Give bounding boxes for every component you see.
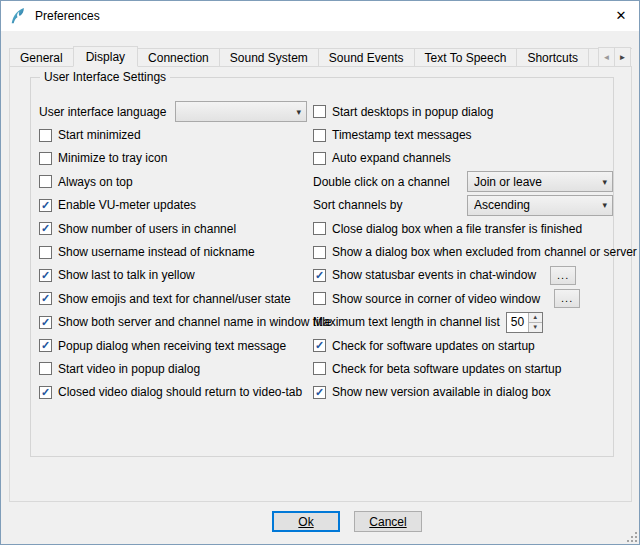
enable-vu-meter-updates-row: ✓Enable VU-meter updates xyxy=(39,194,307,217)
cancel-button[interactable]: Cancel xyxy=(354,511,422,532)
window-title: Preferences xyxy=(35,9,100,23)
minimize-to-tray-icon-checkbox[interactable] xyxy=(39,152,52,165)
start-video-in-popup-dialog-checkbox[interactable] xyxy=(39,362,52,375)
check-for-software-updates-on-startup-row: ✓Check for software updates on startup xyxy=(313,334,613,357)
start-desktops-in-popup-dialog-checkbox[interactable] xyxy=(313,105,326,118)
tab-sound-system[interactable]: Sound System xyxy=(219,48,319,67)
show-source-in-corner-of-video-window-checkbox[interactable] xyxy=(313,292,326,305)
show-username-instead-of-nickname-row: Show username instead of nickname xyxy=(39,240,307,263)
tab-scroll-right-button[interactable]: ► xyxy=(614,47,631,67)
closed-video-dialog-should-return-to-video-tab-checkbox[interactable]: ✓ xyxy=(39,386,52,399)
start-minimized-row: Start minimized xyxy=(39,123,307,146)
show-new-version-available-in-dialog-box-row: ✓Show new version available in dialog bo… xyxy=(313,381,613,404)
chevron-down-icon: ▾ xyxy=(296,107,301,117)
show-statusbar-events-in-chat-window-checkbox[interactable]: ✓ xyxy=(313,269,326,282)
show-new-version-available-in-dialog-box-checkbox[interactable]: ✓ xyxy=(313,386,326,399)
user-interface-language-combobox[interactable]: ▾ xyxy=(175,101,307,122)
enable-vu-meter-updates-label: Enable VU-meter updates xyxy=(58,198,196,212)
auto-expand-channels-row: Auto expand channels xyxy=(313,147,613,170)
auto-expand-channels-label: Auto expand channels xyxy=(332,151,451,165)
show-new-version-available-in-dialog-box-label: Show new version available in dialog box xyxy=(332,385,551,399)
close-icon: ✕ xyxy=(616,8,627,23)
tab-sound-events[interactable]: Sound Events xyxy=(318,48,415,67)
user-interface-language-label: User interface language xyxy=(39,105,166,119)
chevron-down-icon: ▾ xyxy=(602,200,607,210)
double-click-on-a-channel-selected-value: Join or leave xyxy=(474,175,598,189)
always-on-top-row: Always on top xyxy=(39,170,307,193)
close-dialog-box-when-a-file-transfer-is-finished-checkbox[interactable] xyxy=(313,222,326,235)
tab-shortcuts[interactable]: Shortcuts xyxy=(516,48,589,67)
tab-connection[interactable]: Connection xyxy=(137,48,220,67)
maximum-text-length-in-channel-list-value: 50 xyxy=(507,313,528,332)
sort-channels-by-combobox[interactable]: Ascending▾ xyxy=(467,195,613,216)
start-video-in-popup-dialog-row: Start video in popup dialog xyxy=(39,357,307,380)
spin-up-icon[interactable]: ▲ xyxy=(528,313,542,323)
ok-button[interactable]: Ok xyxy=(272,511,340,532)
spin-down-icon[interactable]: ▼ xyxy=(528,322,542,332)
tab-scroll-left-button[interactable]: ◄ xyxy=(598,47,615,67)
sort-channels-by-selected-value: Ascending xyxy=(474,198,598,212)
show-both-server-and-channel-name-in-window-title-label: Show both server and channel name in win… xyxy=(58,315,332,329)
show-last-to-talk-in-yellow-row: ✓Show last to talk in yellow xyxy=(39,264,307,287)
tab-general[interactable]: General xyxy=(9,48,74,67)
always-on-top-checkbox[interactable] xyxy=(39,175,52,188)
double-click-on-a-channel-combobox[interactable]: Join or leave▾ xyxy=(467,171,613,192)
show-number-of-users-in-channel-checkbox[interactable]: ✓ xyxy=(39,222,52,235)
preferences-window: Preferences ✕ GeneralDisplayConnectionSo… xyxy=(0,0,640,545)
tab-display[interactable]: Display xyxy=(73,46,138,67)
resize-grip[interactable] xyxy=(625,530,638,543)
timestamp-text-messages-row: Timestamp text messages xyxy=(313,123,613,146)
auto-expand-channels-checkbox[interactable] xyxy=(313,152,326,165)
show-username-instead-of-nickname-label: Show username instead of nickname xyxy=(58,245,255,259)
title-bar[interactable]: Preferences ✕ xyxy=(1,1,639,31)
check-for-beta-software-updates-on-startup-label: Check for beta software updates on start… xyxy=(332,362,561,376)
check-for-software-updates-on-startup-checkbox[interactable]: ✓ xyxy=(313,339,326,352)
user-interface-settings-group: User Interface Settings User interface l… xyxy=(30,77,614,457)
show-both-server-and-channel-name-in-window-title-checkbox[interactable]: ✓ xyxy=(39,316,52,329)
check-for-beta-software-updates-on-startup-checkbox[interactable] xyxy=(313,362,326,375)
popup-dialog-when-receiving-text-message-row: ✓Popup dialog when receiving text messag… xyxy=(39,334,307,357)
show-source-in-corner-of-video-window-row: Show source in corner of video window... xyxy=(313,287,613,310)
scroll-left-icon: ◄ xyxy=(603,53,611,62)
start-minimized-label: Start minimized xyxy=(58,128,141,142)
maximum-text-length-in-channel-list-spin-buttons: ▲▼ xyxy=(528,313,542,332)
show-number-of-users-in-channel-row: ✓Show number of users in channel xyxy=(39,217,307,240)
show-emojis-and-text-for-channel-user-state-row: ✓Show emojis and text for channel/user s… xyxy=(39,287,307,310)
show-statusbar-events-in-chat-window-row: ✓Show statusbar events in chat-window... xyxy=(313,264,613,287)
show-a-dialog-box-when-excluded-from-channel-or-server-row: Show a dialog box when excluded from cha… xyxy=(313,240,613,263)
show-a-dialog-box-when-excluded-from-channel-or-server-checkbox[interactable] xyxy=(313,246,326,259)
double-click-on-a-channel-row: Double click on a channelJoin or leave▾ xyxy=(313,170,613,193)
minimize-to-tray-icon-label: Minimize to tray icon xyxy=(58,151,167,165)
minimize-to-tray-icon-row: Minimize to tray icon xyxy=(39,147,307,170)
popup-dialog-when-receiving-text-message-checkbox[interactable]: ✓ xyxy=(39,339,52,352)
maximum-text-length-in-channel-list-spinbox[interactable]: 50▲▼ xyxy=(506,312,543,333)
timestamp-text-messages-label: Timestamp text messages xyxy=(332,128,472,142)
show-source-in-corner-of-video-window-more-button[interactable]: ... xyxy=(554,289,580,308)
show-a-dialog-box-when-excluded-from-channel-or-server-label: Show a dialog box when excluded from cha… xyxy=(332,245,637,259)
show-username-instead-of-nickname-checkbox[interactable] xyxy=(39,246,52,259)
show-statusbar-events-in-chat-window-label: Show statusbar events in chat-window xyxy=(332,268,536,282)
scroll-right-icon: ► xyxy=(619,53,627,62)
display-tab-panel: User Interface Settings User interface l… xyxy=(9,66,632,502)
show-last-to-talk-in-yellow-checkbox[interactable]: ✓ xyxy=(39,269,52,282)
start-minimized-checkbox[interactable] xyxy=(39,129,52,142)
show-emojis-and-text-for-channel-user-state-label: Show emojis and text for channel/user st… xyxy=(58,292,291,306)
sort-channels-by-label: Sort channels by xyxy=(313,198,402,212)
user-interface-language-row: User interface language▾ xyxy=(39,100,307,123)
tab-text-to-speech[interactable]: Text To Speech xyxy=(414,48,518,67)
right-column: Start desktops in popup dialogTimestamp … xyxy=(313,100,613,404)
left-column: User interface language▾Start minimizedM… xyxy=(39,100,307,404)
show-statusbar-events-in-chat-window-more-button[interactable]: ... xyxy=(550,266,576,285)
footer: Ok Cancel xyxy=(272,511,422,532)
start-desktops-in-popup-dialog-row: Start desktops in popup dialog xyxy=(313,100,613,123)
app-icon xyxy=(9,7,27,25)
chevron-down-icon: ▾ xyxy=(602,177,607,187)
close-dialog-box-when-a-file-transfer-is-finished-row: Close dialog box when a file transfer is… xyxy=(313,217,613,240)
maximum-text-length-in-channel-list-label: Maximum text length in channel list xyxy=(313,315,500,329)
close-dialog-box-when-a-file-transfer-is-finished-label: Close dialog box when a file transfer is… xyxy=(332,222,582,236)
timestamp-text-messages-checkbox[interactable] xyxy=(313,129,326,142)
group-title: User Interface Settings xyxy=(40,70,170,84)
close-button[interactable]: ✕ xyxy=(603,1,639,30)
enable-vu-meter-updates-checkbox[interactable]: ✓ xyxy=(39,199,52,212)
show-emojis-and-text-for-channel-user-state-checkbox[interactable]: ✓ xyxy=(39,292,52,305)
